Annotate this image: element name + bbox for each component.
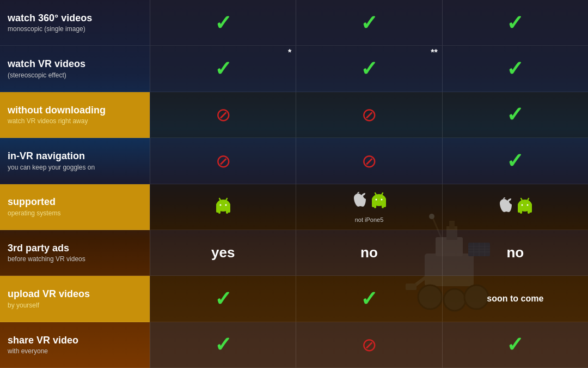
label-title: supported [8, 196, 142, 208]
svg-rect-53 [528, 209, 530, 214]
table-row-row-360: watch 360° videosmonoscopic (single imag… [0, 0, 588, 46]
cell-row-vr-0: ✓* [150, 46, 296, 92]
star-note: * [288, 48, 291, 58]
label-title: upload VR videos [8, 288, 142, 300]
comparison-table: watch 360° videosmonoscopic (single imag… [0, 0, 588, 368]
cell-row-os-2 [442, 184, 588, 230]
svg-rect-52 [520, 209, 522, 214]
svg-rect-28 [218, 209, 220, 214]
text-small-value: soon to come [487, 293, 543, 305]
svg-point-37 [381, 199, 382, 201]
table-row-row-share: share VR videowith everyone✓⊘✓ [0, 322, 588, 368]
cell-row-vr-1: ✓** [296, 46, 442, 92]
label-title: watch 360° videos [8, 13, 142, 25]
cell-row-without-2: ✓ [442, 92, 588, 138]
check-icon: ✓ [506, 334, 524, 355]
svg-point-25 [225, 204, 226, 206]
svg-point-48 [522, 204, 523, 206]
check-icon: ✓ [360, 288, 378, 309]
text-value: no [506, 244, 524, 261]
cell-row-share-2: ✓ [442, 322, 588, 368]
cell-row-ads-0: yes [150, 230, 296, 276]
cell-row-share-1: ⊘ [296, 322, 442, 368]
label-subtitle: (stereoscopic effect) [8, 71, 142, 79]
cell-row-360-2: ✓ [442, 0, 588, 46]
data-cells-row-os: not iPone5 [150, 184, 588, 230]
cross-icon: ⊘ [216, 105, 231, 124]
cell-row-invr-2: ✓ [442, 138, 588, 184]
data-cells-row-ads: yesnono [150, 230, 588, 276]
data-cells-row-invr: ⊘⊘✓ [150, 138, 588, 184]
os-icons [215, 196, 232, 218]
check-icon: ✓ [506, 104, 524, 125]
table-row-row-os: supportedoperating systems not iPone5 [0, 184, 588, 230]
label-subtitle: operating systems [8, 209, 142, 217]
check-icon: ✓ [360, 58, 378, 79]
android-icon [516, 196, 534, 218]
table-row-row-vr: watch VR videos(stereoscopic effect)✓*✓*… [0, 46, 588, 92]
cell-row-without-1: ⊘ [296, 92, 442, 138]
data-cells-row-360: ✓✓✓ [150, 0, 588, 46]
text-value: no [360, 244, 378, 261]
label-title: without downloading [8, 105, 142, 117]
svg-point-24 [219, 204, 221, 206]
os-icons-row [215, 196, 232, 218]
label-subtitle: you can keep your goggles on [8, 164, 142, 171]
data-cells-row-upload: ✓✓soon to come [150, 276, 588, 322]
cell-row-upload-2: soon to come [442, 276, 588, 322]
table-row-row-invr: in-VR navigationyou can keep your goggle… [0, 138, 588, 184]
cross-icon: ⊘ [362, 335, 377, 354]
label-title: in-VR navigation [8, 150, 142, 162]
label-cell-row-without: without downloadingwatch VR videos right… [0, 92, 150, 138]
cross-icon: ⊘ [362, 152, 377, 170]
cell-row-invr-0: ⊘ [150, 138, 296, 184]
table-row-row-upload: upload VR videosby yourself✓✓soon to com… [0, 276, 588, 322]
label-cell-row-upload: upload VR videosby yourself [0, 276, 150, 322]
cell-row-360-0: ✓ [150, 0, 296, 46]
svg-rect-29 [226, 209, 228, 214]
cell-row-ads-1: no [296, 230, 442, 276]
apple-icon [497, 197, 512, 217]
check-icon: ✓ [215, 288, 232, 309]
cell-row-without-0: ⊘ [150, 92, 296, 138]
check-icon: ✓ [506, 58, 524, 79]
label-cell-row-share: share VR videowith everyone [0, 322, 150, 368]
svg-point-36 [375, 199, 377, 201]
os-icons-row [351, 190, 388, 212]
cell-row-share-0: ✓ [150, 322, 296, 368]
check-icon: ✓ [215, 334, 232, 355]
check-icon: ✓ [215, 13, 232, 33]
data-cells-row-without: ⊘⊘✓ [150, 92, 588, 138]
cell-row-os-1: not iPone5 [296, 184, 442, 230]
label-subtitle: watch VR videos right away [8, 117, 142, 125]
check-icon: ✓ [215, 58, 232, 79]
label-subtitle: with everyone [8, 347, 142, 355]
cross-icon: ⊘ [216, 152, 231, 170]
os-icons [497, 196, 534, 218]
text-value: yes [211, 244, 235, 261]
data-cells-row-share: ✓⊘✓ [150, 322, 588, 368]
check-icon: ✓ [506, 13, 524, 33]
label-subtitle: by yourself [8, 301, 142, 309]
os-icons: not iPone5 [351, 190, 388, 223]
data-cells-row-vr: ✓*✓**✓ [150, 46, 588, 92]
label-subtitle: monoscopic (single image) [8, 25, 142, 33]
svg-point-49 [527, 204, 529, 206]
table-row-row-without: without downloadingwatch VR videos right… [0, 92, 588, 138]
check-icon: ✓ [360, 13, 378, 33]
star-note: ** [431, 48, 437, 58]
label-title: watch VR videos [8, 58, 142, 70]
cell-row-upload-1: ✓ [296, 276, 442, 322]
cell-row-os-0 [150, 184, 296, 230]
label-subtitle: before watching VR videos [8, 255, 142, 263]
os-note: not iPone5 [355, 216, 384, 223]
svg-rect-40 [374, 204, 376, 208]
os-icons-row [497, 196, 534, 218]
label-cell-row-ads: 3rd party adsbefore watching VR videos [0, 230, 150, 276]
android-icon [370, 190, 388, 212]
cross-icon: ⊘ [362, 105, 377, 124]
label-title: share VR video [8, 335, 142, 347]
label-cell-row-invr: in-VR navigationyou can keep your goggle… [0, 138, 150, 184]
cell-row-360-1: ✓ [296, 0, 442, 46]
cell-row-upload-0: ✓ [150, 276, 296, 322]
